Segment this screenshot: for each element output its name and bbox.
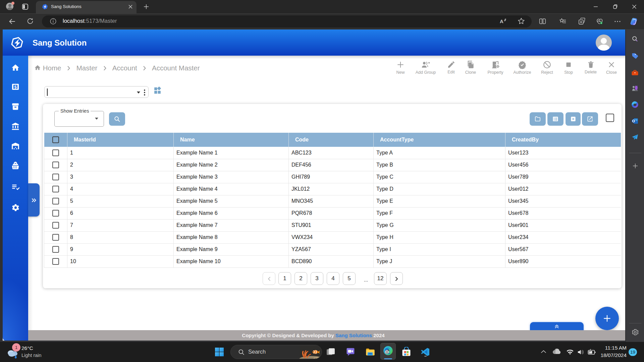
svg-text:A: A — [500, 18, 503, 24]
svg-text:$: $ — [14, 84, 17, 89]
